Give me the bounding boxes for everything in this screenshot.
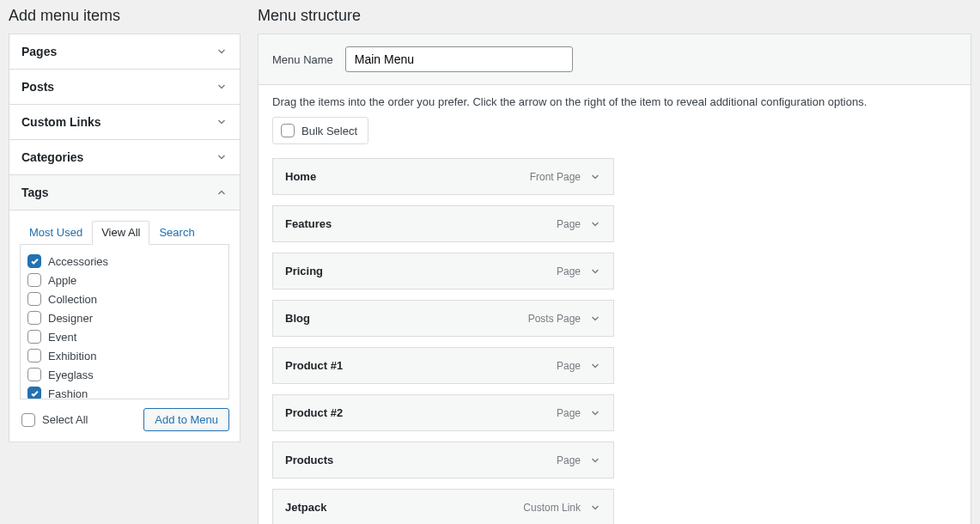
chevron-down-icon[interactable] — [589, 360, 601, 372]
menu-item-title: Features — [285, 217, 332, 230]
chevron-down-icon[interactable] — [589, 502, 601, 514]
section-categories[interactable]: Categories — [9, 139, 240, 174]
tag-label: Designer — [48, 312, 93, 325]
tag-label: Exhibition — [48, 350, 96, 363]
menu-structure-panel: Menu Name Drag the items into the order … — [258, 34, 971, 524]
tag-checkbox[interactable] — [27, 292, 41, 306]
tag-label: Accessories — [48, 255, 108, 268]
tab-most-used[interactable]: Most Used — [20, 221, 92, 245]
menu-item-title: Product #2 — [285, 406, 343, 419]
menu-item[interactable]: Product #1Page — [272, 347, 614, 384]
menu-item-title: Jetpack — [285, 501, 326, 514]
chevron-down-icon — [216, 116, 228, 128]
menu-item-type: Page — [557, 218, 581, 230]
tag-row[interactable]: Eyeglass — [26, 365, 223, 384]
tag-row[interactable]: Event — [26, 327, 223, 346]
section-pages[interactable]: Pages — [9, 34, 240, 69]
menu-item[interactable]: JetpackCustom Link — [272, 489, 614, 524]
tag-label: Fashion — [48, 387, 88, 400]
chevron-down-icon — [216, 81, 228, 93]
menu-item-type: Custom Link — [523, 502, 581, 514]
tag-checkbox[interactable] — [27, 349, 41, 363]
tag-checkbox[interactable] — [27, 311, 41, 325]
drag-hint: Drag the items into the order you prefer… — [259, 85, 971, 117]
tag-row[interactable]: Accessories — [26, 252, 223, 271]
tag-label: Eyeglass — [48, 369, 94, 381]
tag-checkbox[interactable] — [27, 254, 41, 268]
select-all-checkbox[interactable] — [21, 413, 35, 427]
tag-checkbox[interactable] — [27, 330, 41, 344]
tag-row[interactable]: Apple — [26, 271, 223, 289]
menu-item-type: Page — [557, 454, 581, 466]
menu-item-type: Page — [557, 407, 581, 419]
section-custom-links[interactable]: Custom Links — [9, 104, 240, 139]
add-menu-heading: Add menu items — [9, 7, 240, 25]
select-all-row[interactable]: Select All — [20, 413, 88, 427]
tag-label: Event — [48, 331, 76, 344]
section-tags-label: Tags — [21, 186, 49, 199]
menu-item[interactable]: Product #2Page — [272, 394, 614, 431]
tags-tabs: Most Used View All Search — [20, 221, 229, 245]
section-pages-label: Pages — [21, 45, 57, 58]
menu-item-title: Pricing — [285, 265, 323, 277]
chevron-down-icon[interactable] — [589, 218, 601, 230]
menu-item-type: Page — [557, 360, 581, 372]
menu-name-input[interactable] — [345, 46, 573, 72]
tag-checkbox[interactable] — [27, 273, 41, 287]
menu-item[interactable]: PricingPage — [272, 253, 614, 289]
tags-panel: Most Used View All Search AccessoriesApp… — [9, 210, 240, 442]
section-tags[interactable]: Tags — [9, 174, 240, 210]
tag-row[interactable]: Designer — [26, 308, 223, 327]
bulk-select-label: Bulk Select — [301, 125, 357, 137]
bulk-select-checkbox[interactable] — [281, 124, 295, 137]
menu-item-type: Front Page — [530, 171, 581, 183]
tag-checkbox[interactable] — [27, 387, 41, 399]
select-all-label: Select All — [42, 413, 88, 426]
add-to-menu-button[interactable]: Add to Menu — [143, 408, 229, 431]
chevron-down-icon[interactable] — [589, 407, 601, 419]
tag-checkbox[interactable] — [27, 368, 41, 381]
chevron-down-icon — [216, 151, 228, 163]
section-categories-label: Categories — [21, 150, 83, 164]
menu-item-title: Blog — [285, 312, 310, 325]
chevron-down-icon[interactable] — [589, 454, 601, 466]
accordion: Pages Posts Custom Links Categories Tags — [9, 34, 240, 442]
menu-item-title: Home — [285, 170, 316, 183]
bulk-select-row[interactable]: Bulk Select — [272, 117, 368, 144]
menu-item-title: Products — [285, 454, 333, 466]
chevron-down-icon — [216, 46, 228, 58]
chevron-up-icon — [216, 186, 228, 198]
tag-label: Collection — [48, 293, 97, 306]
chevron-down-icon[interactable] — [589, 171, 601, 183]
menu-item-type: Page — [557, 265, 581, 277]
tag-row[interactable]: Fashion — [26, 384, 223, 399]
menu-item[interactable]: BlogPosts Page — [272, 300, 614, 337]
menu-item[interactable]: FeaturesPage — [272, 205, 614, 242]
section-custom-links-label: Custom Links — [21, 115, 101, 129]
menu-name-label: Menu Name — [272, 53, 333, 66]
tags-list[interactable]: AccessoriesAppleCollectionDesignerEventE… — [20, 245, 229, 399]
chevron-down-icon[interactable] — [589, 265, 601, 277]
section-posts-label: Posts — [21, 80, 54, 94]
menu-items-list: HomeFront PageFeaturesPagePricingPageBlo… — [259, 158, 628, 524]
tag-row[interactable]: Collection — [26, 289, 223, 308]
menu-item-type: Posts Page — [528, 313, 581, 325]
chevron-down-icon[interactable] — [589, 313, 601, 325]
menu-item[interactable]: ProductsPage — [272, 442, 614, 478]
tab-view-all[interactable]: View All — [92, 221, 149, 245]
tag-row[interactable]: Exhibition — [26, 346, 223, 365]
menu-structure-heading: Menu structure — [258, 7, 971, 25]
tab-search[interactable]: Search — [149, 221, 204, 245]
menu-item[interactable]: HomeFront Page — [272, 158, 614, 195]
tag-label: Apple — [48, 274, 76, 287]
menu-item-title: Product #1 — [285, 359, 343, 372]
section-posts[interactable]: Posts — [9, 69, 240, 104]
